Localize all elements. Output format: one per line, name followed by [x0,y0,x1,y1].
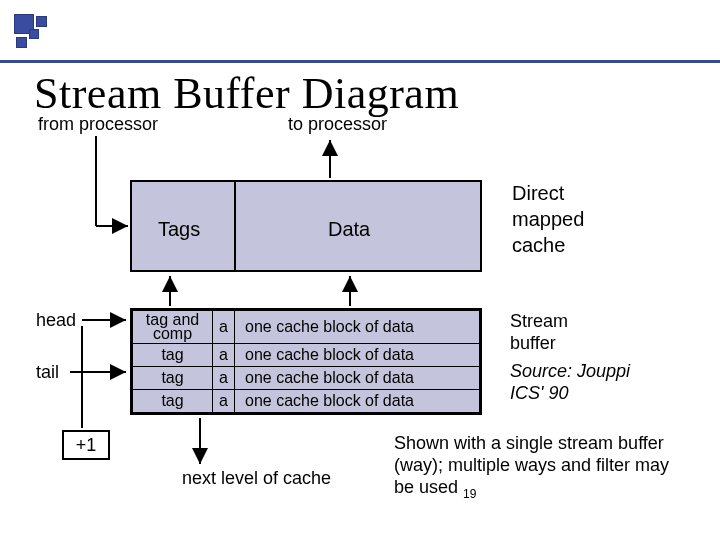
page-number: 19 [463,487,476,501]
cache-tags-label: Tags [158,218,200,241]
from-processor-label: from processor [38,114,158,135]
footer-note: Shown with a single stream buffer (way);… [394,432,669,505]
tail-pointer-label: tail [36,362,59,383]
table-row: tag a one cache block of data [133,344,480,367]
header-divider [0,60,720,63]
next-level-label: next level of cache [182,468,331,489]
table-row: tag a one cache block of data [133,367,480,390]
slide-title: Stream Buffer Diagram [34,68,459,119]
stream-buffer-table: tag and comp a one cache block of data t… [130,308,482,415]
slide-logo [14,14,54,54]
table-row: tag and comp a one cache block of data [133,311,480,344]
head-pointer-label: head [36,310,76,331]
increment-box: +1 [62,430,110,460]
direct-mapped-cache-box: Tags Data [130,180,482,272]
source-citation: Source: Jouppi ICS' 90 [510,360,630,404]
cache-data-label: Data [328,218,370,241]
table-row: tag a one cache block of data [133,390,480,413]
to-processor-label: to processor [288,114,387,135]
cache-caption: Direct mapped cache [512,180,584,258]
stream-buffer-caption: Stream buffer [510,310,568,354]
